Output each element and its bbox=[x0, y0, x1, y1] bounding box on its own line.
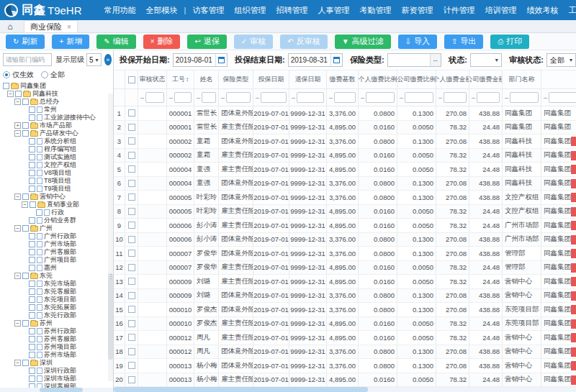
row-checkbox[interactable] bbox=[128, 320, 135, 327]
col-checkbox[interactable] bbox=[125, 70, 138, 88]
toolbar-button-导出[interactable]: ⇧导出 bbox=[444, 35, 483, 49]
tree-node-分销业务群[interactable]: 分销业务群 bbox=[1, 216, 113, 224]
tree-checkbox[interactable] bbox=[29, 344, 35, 350]
tree-checkbox[interactable] bbox=[29, 328, 35, 334]
tree-checkbox[interactable] bbox=[29, 233, 35, 240]
col-company-amount[interactable]: 公司缴费金额 bbox=[469, 70, 503, 88]
toolbar-button-高级过滤[interactable]: ▼高级过滤 bbox=[335, 35, 391, 49]
column-filter-input[interactable] bbox=[145, 92, 164, 103]
tree-checkbox[interactable] bbox=[29, 114, 35, 121]
status-select[interactable]: ▾ bbox=[470, 53, 502, 67]
home-icon[interactable]: ⌂ bbox=[2, 20, 18, 32]
table-row[interactable]: 1000001雷世长团体意外险2019-07-019999-12-313,376… bbox=[114, 106, 576, 121]
expand-icon[interactable]: + bbox=[14, 122, 21, 129]
tree-checkbox[interactable] bbox=[29, 154, 35, 160]
tree-checkbox[interactable] bbox=[22, 130, 29, 137]
col-personal-amount[interactable]: 个人缴费金额 bbox=[436, 70, 469, 88]
tree-checkbox[interactable] bbox=[29, 368, 35, 374]
start-date-input[interactable] bbox=[174, 54, 215, 66]
column-filter-input[interactable] bbox=[444, 92, 467, 103]
tree-checkbox[interactable] bbox=[29, 312, 35, 319]
calendar-icon[interactable] bbox=[215, 54, 227, 66]
tree-checkbox[interactable] bbox=[3, 83, 9, 89]
row-checkbox[interactable] bbox=[128, 236, 135, 243]
display-level-select[interactable]: 5▾ bbox=[86, 53, 102, 66]
tree-checkbox[interactable] bbox=[29, 146, 35, 152]
table-row[interactable]: 4000002童霜雇主责任险2019-07-019999-12-314,895.… bbox=[114, 149, 576, 163]
row-checkbox[interactable] bbox=[128, 250, 135, 257]
table-row[interactable]: 16000010罗俊杰雇主责任险2019-07-019999-12-314,89… bbox=[114, 317, 576, 332]
collapse-icon[interactable]: − bbox=[14, 193, 21, 200]
tree-checkbox[interactable] bbox=[29, 138, 35, 145]
table-row[interactable]: 19000013杨小梅团体意外险2019-07-019999-12-313,37… bbox=[114, 359, 576, 373]
col-end-date[interactable]: 退保日期 bbox=[289, 70, 327, 88]
table-row[interactable]: 11000007罗俊华团体意外险2019-07-019999-12-313,37… bbox=[114, 247, 576, 261]
collapse-icon[interactable]: − bbox=[22, 201, 28, 208]
close-icon[interactable]: × bbox=[67, 23, 71, 31]
select-all-checkbox[interactable] bbox=[128, 76, 135, 83]
tree-checkbox[interactable] bbox=[29, 281, 35, 287]
tree-checkbox[interactable] bbox=[29, 265, 35, 271]
tree-checkbox[interactable] bbox=[22, 273, 29, 279]
table-row[interactable]: 2000001雷世长雇主责任险2019-07-019999-12-314,895… bbox=[114, 121, 576, 135]
row-checkbox[interactable] bbox=[128, 348, 135, 355]
column-filter-input[interactable] bbox=[366, 92, 395, 103]
collapse-icon[interactable]: − bbox=[14, 360, 21, 366]
toolbar-button-打印[interactable]: ⎙打印 bbox=[490, 35, 529, 49]
collapse-icon[interactable]: − bbox=[14, 320, 21, 327]
department-code-input[interactable] bbox=[3, 53, 52, 66]
column-filter-input[interactable] bbox=[510, 92, 539, 103]
row-checkbox[interactable] bbox=[128, 124, 135, 131]
tree-checkbox[interactable] bbox=[29, 106, 35, 113]
menu-item-访客管理[interactable]: 访客管理 bbox=[192, 5, 224, 16]
toolbar-button-新增[interactable]: +新增 bbox=[52, 35, 89, 49]
insurance-type-input[interactable] bbox=[388, 54, 430, 66]
menu-item-组织管理[interactable]: 组织管理 bbox=[234, 5, 266, 16]
column-filter-input[interactable] bbox=[477, 92, 500, 103]
tree-checkbox[interactable] bbox=[22, 99, 29, 105]
radio-all[interactable]: 全部 bbox=[41, 70, 65, 80]
toolbar-button-刷新[interactable]: ↻刷新 bbox=[6, 35, 45, 49]
toolbar-button-导入[interactable]: ⇩导入 bbox=[398, 35, 437, 49]
menu-item-招聘管理[interactable]: 招聘管理 bbox=[276, 5, 307, 16]
row-checkbox[interactable] bbox=[128, 306, 135, 313]
table-row[interactable]: 6000004童强团体意外险2019-07-019999-12-313,376.… bbox=[114, 177, 576, 191]
row-checkbox[interactable] bbox=[128, 222, 135, 229]
row-checkbox[interactable] bbox=[128, 193, 135, 201]
collapse-icon[interactable]: − bbox=[14, 130, 21, 137]
table-row[interactable]: 18000012周凡团体意外险2019-07-019999-12-313,376… bbox=[114, 345, 576, 360]
row-checkbox[interactable] bbox=[128, 376, 135, 383]
table-row[interactable]: 10000006彭小涛团体意外险2019-07-019999-12-313,37… bbox=[114, 233, 576, 247]
row-checkbox[interactable] bbox=[128, 180, 135, 187]
table-row[interactable]: 3000002童霜团体意外险2019-07-019999-12-313,376.… bbox=[114, 135, 576, 149]
scrollbar-thumb[interactable]: ⋮ bbox=[108, 273, 113, 360]
col-department[interactable]: 部门名称 bbox=[503, 70, 541, 88]
col-row-number[interactable] bbox=[114, 70, 125, 88]
radio-effective-only[interactable]: 仅生效 bbox=[3, 70, 34, 80]
menu-item-计件管理[interactable]: 计件管理 bbox=[443, 5, 474, 16]
row-checkbox[interactable] bbox=[128, 278, 135, 285]
col-payment-base[interactable]: 缴费基数 bbox=[327, 70, 359, 88]
col-company-rate[interactable]: 公司缴费比例 bbox=[397, 70, 436, 88]
sidebar-vertical-scrollbar[interactable]: ⋮ bbox=[108, 94, 113, 381]
calendar-icon[interactable] bbox=[330, 54, 342, 66]
table-row[interactable]: 8000005叶彩玲雇主责任险2019-07-019999-12-314,895… bbox=[114, 205, 576, 219]
tree-checkbox[interactable] bbox=[22, 122, 29, 129]
column-filter-input[interactable] bbox=[334, 92, 356, 103]
table-row[interactable]: 14000009刘璐团体意外险2019-07-019999-12-313,376… bbox=[114, 289, 576, 304]
tree-checkbox[interactable] bbox=[22, 320, 29, 327]
toolbar-button-退保[interactable]: ↩退保 bbox=[187, 35, 226, 49]
tree-node-广州项目部[interactable]: 广州项目部 bbox=[1, 256, 113, 264]
toolbar-button-编辑[interactable]: ✎编辑 bbox=[96, 35, 135, 49]
menu-item-培训管理[interactable]: 培训管理 bbox=[485, 5, 516, 16]
row-checkbox[interactable] bbox=[128, 165, 135, 173]
table-row[interactable]: 13000009刘璐雇主责任险2019-07-019999-12-314,895… bbox=[114, 275, 576, 289]
menu-item-人事管理[interactable]: 人事管理 bbox=[318, 5, 349, 16]
col-personal-rate[interactable]: 个人缴费比例 bbox=[359, 70, 397, 88]
tree-checkbox[interactable] bbox=[29, 375, 35, 382]
tree-checkbox[interactable] bbox=[22, 360, 29, 366]
tree-checkbox[interactable] bbox=[29, 241, 35, 247]
apply-level-button[interactable]: » bbox=[104, 54, 112, 65]
column-filter-input[interactable] bbox=[226, 92, 251, 103]
col-company[interactable] bbox=[541, 70, 576, 88]
